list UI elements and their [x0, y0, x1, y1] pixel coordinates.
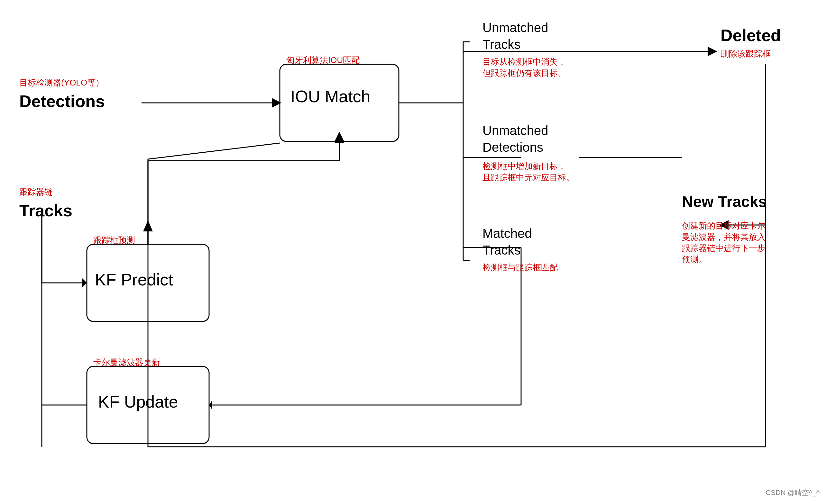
diagram-container: 匈牙利算法IOU匹配 IOU Match 跟踪框预测 KF Predict 卡尔…: [0, 0, 826, 504]
unmatched-tracks-label: UnmatchedTracks: [482, 19, 548, 53]
kf-update-label-en: KF Update: [98, 392, 178, 412]
kf-predict-label-red: 跟踪框预测: [93, 235, 135, 246]
kf-predict-label-en: KF Predict: [95, 270, 173, 289]
matched-tracks-label: MatchedTracks: [482, 225, 532, 258]
unmatched-tracks-red1: 目标从检测框中消失，: [482, 56, 566, 67]
deleted-label-red: 删除该跟踪框: [720, 48, 771, 59]
tracks-label-en: Tracks: [19, 201, 72, 220]
unmatched-tracks-red2: 但跟踪框仍有该目标。: [482, 67, 566, 79]
detections-label-red: 目标检测器(YOLO等）: [19, 77, 104, 88]
iou-match-label-en: IOU Match: [290, 87, 370, 106]
svg-marker-9: [708, 47, 717, 56]
new-tracks-red4: 预测。: [682, 254, 707, 265]
deleted-label-en: Deleted: [720, 26, 781, 45]
unmatched-detections-label: UnmatchedDetections: [482, 122, 548, 155]
new-tracks-red2: 曼滤波器，并将其放入: [682, 232, 766, 243]
svg-line-18: [148, 143, 280, 159]
unmatched-detections-red2: 且跟踪框中无对应目标。: [482, 172, 575, 183]
svg-marker-26: [82, 278, 87, 288]
new-tracks-label-en: New Tracks: [682, 193, 767, 210]
iou-match-label-red: 匈牙利算法IOU匹配: [286, 55, 360, 66]
new-tracks-red1: 创建新的目标对应卡尔: [682, 220, 766, 232]
new-tracks-red3: 跟踪器链中进行下一步: [682, 243, 766, 254]
watermark: CSDN @晴空^_^: [766, 488, 820, 498]
matched-tracks-red: 检测框与跟踪框匹配: [482, 262, 558, 273]
unmatched-detections-red1: 检测框中增加新目标，: [482, 161, 566, 172]
detections-label-en: Detections: [19, 91, 105, 111]
tracks-label-red: 跟踪器链: [19, 186, 53, 198]
kf-update-label-red: 卡尔曼滤波器更新: [93, 357, 160, 368]
